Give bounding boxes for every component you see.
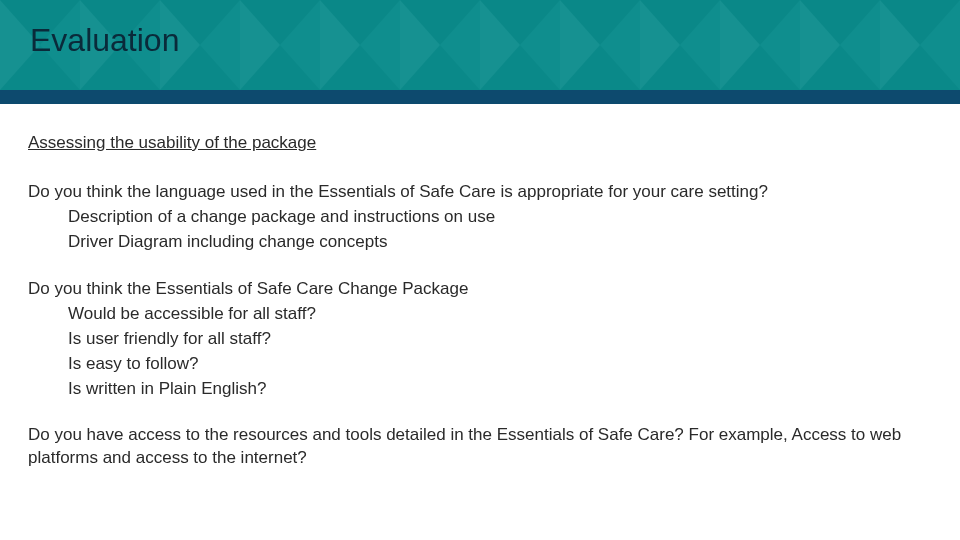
slide-title: Evaluation — [30, 22, 179, 59]
question-2: Do you think the Essentials of Safe Care… — [28, 278, 932, 301]
question-2-items: Would be accessible for all staff? Is us… — [68, 303, 932, 401]
list-item: Driver Diagram including change concepts — [68, 231, 932, 254]
question-1-items: Description of a change package and inst… — [68, 206, 932, 254]
list-item: Would be accessible for all staff? — [68, 303, 932, 326]
slide-header: Evaluation — [0, 0, 960, 90]
list-item: Is easy to follow? — [68, 353, 932, 376]
list-item: Description of a change package and inst… — [68, 206, 932, 229]
question-3: Do you have access to the resources and … — [28, 424, 928, 470]
slide-body: Assessing the usability of the package D… — [0, 104, 960, 470]
list-item: Is written in Plain English? — [68, 378, 932, 401]
question-1: Do you think the language used in the Es… — [28, 181, 932, 204]
section-heading: Assessing the usability of the package — [28, 132, 932, 155]
list-item: Is user friendly for all staff? — [68, 328, 932, 351]
accent-bar — [0, 90, 960, 104]
